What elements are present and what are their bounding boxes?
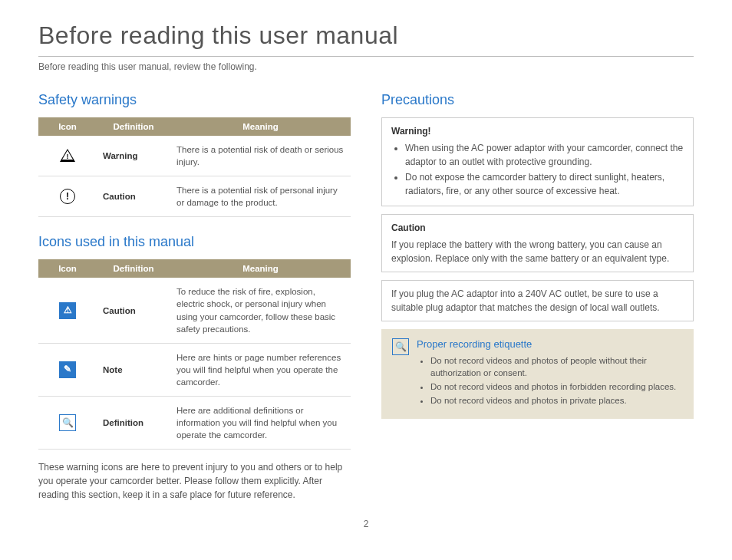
safety-th-icon: Icon bbox=[38, 117, 97, 136]
definition-icon: 🔍 bbox=[59, 414, 76, 431]
right-column: Precautions Warning! When using the AC p… bbox=[381, 92, 694, 502]
warning-box-title: Warning! bbox=[391, 124, 684, 138]
columns: Safety warnings Icon Definition Meaning … bbox=[38, 92, 694, 502]
icons-meaning-0: To reduce the risk of fire, explosion, e… bbox=[170, 278, 351, 343]
table-row: 🔍 Definition Here are additional definit… bbox=[38, 397, 351, 450]
etiquette-box: 🔍 Proper recording etiquette Do not reco… bbox=[381, 329, 694, 419]
icons-meaning-1: Here are hints or page number references… bbox=[170, 343, 351, 396]
icons-def-1: Note bbox=[97, 343, 170, 396]
warning-item-0: When using the AC power adaptor with you… bbox=[405, 141, 684, 169]
caution-blue-icon: ⚠ bbox=[59, 302, 76, 319]
safety-heading: Safety warnings bbox=[38, 92, 351, 108]
table-row: ✎ Note Here are hints or page number ref… bbox=[38, 343, 351, 396]
warning-icon-cell bbox=[38, 136, 97, 176]
caution-box-text: If you replace the battery with the wron… bbox=[391, 238, 684, 265]
safety-table: Icon Definition Meaning Warning There is… bbox=[38, 117, 351, 217]
safety-th-def: Definition bbox=[97, 117, 170, 136]
page: Before reading this user manual Before r… bbox=[0, 0, 732, 537]
safety-def-1: Caution bbox=[97, 176, 170, 217]
caution-circle-icon: ! bbox=[59, 188, 76, 205]
title-rule bbox=[38, 56, 694, 57]
warning-list: When using the AC power adaptor with you… bbox=[391, 141, 684, 198]
table-row: ⚠ Caution To reduce the risk of fire, ex… bbox=[38, 278, 351, 343]
precautions-heading: Precautions bbox=[381, 92, 694, 108]
warning-item-1: Do not expose the camcorder battery to d… bbox=[405, 170, 684, 198]
caution-box: Caution If you replace the battery with … bbox=[381, 214, 694, 272]
etiquette-item-2: Do not record videos and photos in priva… bbox=[430, 394, 683, 407]
safety-meaning-1: There is a potential risk of personal in… bbox=[170, 176, 351, 217]
icons-th-meaning: Meaning bbox=[170, 259, 351, 278]
etiquette-item-0: Do not record videos and photos of peopl… bbox=[430, 354, 683, 379]
left-column: Safety warnings Icon Definition Meaning … bbox=[38, 92, 351, 502]
note-box-text: If you plug the AC adaptor into a 240V A… bbox=[391, 287, 684, 315]
table-row: ! Caution There is a potential risk of p… bbox=[38, 176, 351, 217]
icons-def-0: Caution bbox=[97, 278, 170, 343]
icons-table: Icon Definition Meaning ⚠ Caution To red… bbox=[38, 259, 351, 450]
caution-blue-icon-cell: ⚠ bbox=[38, 278, 97, 343]
icons-footer: These warning icons are here to prevent … bbox=[38, 460, 351, 502]
note-icon-cell: ✎ bbox=[38, 343, 97, 396]
icons-th-icon: Icon bbox=[38, 259, 97, 278]
caution-box-title: Caution bbox=[391, 221, 684, 235]
note-box: If you plug the AC adaptor into a 240V A… bbox=[381, 280, 694, 321]
etiquette-icon: 🔍 bbox=[392, 338, 409, 355]
warning-triangle-icon bbox=[59, 147, 76, 163]
etiquette-title: Proper recording etiquette bbox=[417, 338, 683, 350]
icons-def-2: Definition bbox=[97, 397, 170, 450]
etiquette-list: Do not record videos and photos of peopl… bbox=[417, 354, 683, 407]
icons-th-def: Definition bbox=[97, 259, 170, 278]
page-title: Before reading this user manual bbox=[38, 21, 694, 50]
safety-th-meaning: Meaning bbox=[170, 117, 351, 136]
icons-meaning-2: Here are additional definitions or infor… bbox=[170, 397, 351, 450]
warning-box: Warning! When using the AC power adaptor… bbox=[381, 117, 694, 206]
intro-text: Before reading this user manual, review … bbox=[38, 61, 694, 72]
icons-heading: Icons used in this manual bbox=[38, 234, 351, 250]
definition-icon-cell: 🔍 bbox=[38, 397, 97, 450]
etiquette-item-1: Do not record videos and photos in forbi… bbox=[430, 380, 683, 393]
table-row: Warning There is a potential risk of dea… bbox=[38, 136, 351, 176]
caution-icon-cell: ! bbox=[38, 176, 97, 217]
page-number: 2 bbox=[38, 519, 694, 529]
safety-def-0: Warning bbox=[97, 136, 170, 176]
safety-meaning-0: There is a potential risk of death or se… bbox=[170, 136, 351, 176]
note-icon: ✎ bbox=[59, 361, 76, 378]
